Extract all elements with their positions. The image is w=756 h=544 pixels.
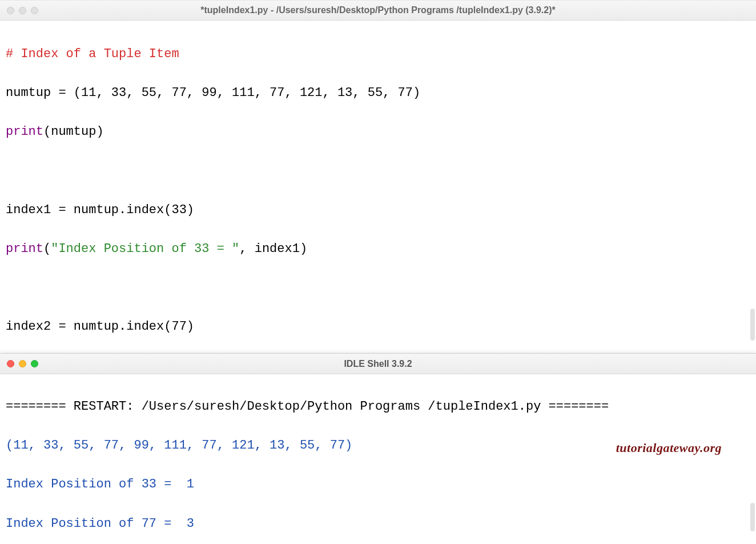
fullscreen-icon[interactable] <box>31 360 38 367</box>
editor-window-title: *tupleIndex1.py - /Users/suresh/Desktop/… <box>0 5 756 15</box>
watermark-text: tutorialgateway.org <box>616 438 722 458</box>
editor-scrollbar[interactable] <box>750 309 755 341</box>
comment-text: # Index of a Tuple Item <box>6 47 179 61</box>
shell-titlebar: IDLE Shell 3.9.2 <box>0 354 756 374</box>
fullscreen-icon[interactable] <box>31 7 38 14</box>
code-text: index2 = numtup.index(77) <box>6 319 194 334</box>
builtin-text: print <box>6 125 43 139</box>
code-line: index2 = numtup.index(77) <box>6 317 750 337</box>
code-line: print(numtup) <box>6 122 750 142</box>
code-line <box>6 162 750 181</box>
shell-window: IDLE Shell 3.9.2 ======== RESTART: /User… <box>0 353 756 544</box>
shell-output-area[interactable]: ======== RESTART: /Users/suresh/Desktop/… <box>0 374 756 544</box>
builtin-text: print <box>6 242 43 256</box>
code-text: (numtup) <box>43 125 104 139</box>
code-text: ( <box>43 242 51 256</box>
shell-output-line: (11, 33, 55, 77, 99, 111, 77, 121, 13, 5… <box>6 438 352 453</box>
code-line: # Index of a Tuple Item <box>6 45 750 64</box>
shell-window-title: IDLE Shell 3.9.2 <box>0 359 756 369</box>
code-line: index1 = numtup.index(33) <box>6 201 750 220</box>
editor-titlebar: *tupleIndex1.py - /Users/suresh/Desktop/… <box>0 0 756 21</box>
shell-scrollbar[interactable] <box>750 503 755 531</box>
close-icon[interactable] <box>7 360 14 367</box>
string-text: "Index Position of 33 = " <box>51 242 239 256</box>
close-icon[interactable] <box>7 7 14 14</box>
minimize-icon[interactable] <box>19 360 26 367</box>
editor-traffic-lights <box>7 7 38 14</box>
shell-traffic-lights <box>7 360 38 367</box>
code-line: print("Index Position of 33 = ", index1) <box>6 239 750 259</box>
restart-line: ======== RESTART: /Users/suresh/Desktop/… <box>6 399 609 414</box>
code-text: index1 = numtup.index(33) <box>6 203 194 217</box>
code-line: numtup = (11, 33, 55, 77, 99, 111, 77, 1… <box>6 83 750 103</box>
shell-output-line: Index Position of 33 = 1 <box>6 477 194 491</box>
code-text: numtup = (11, 33, 55, 77, 99, 111, 77, 1… <box>6 86 420 100</box>
code-text: , index1) <box>239 242 307 256</box>
minimize-icon[interactable] <box>19 7 26 14</box>
code-line <box>6 278 750 298</box>
shell-output-line: Index Position of 77 = 3 <box>6 517 194 531</box>
